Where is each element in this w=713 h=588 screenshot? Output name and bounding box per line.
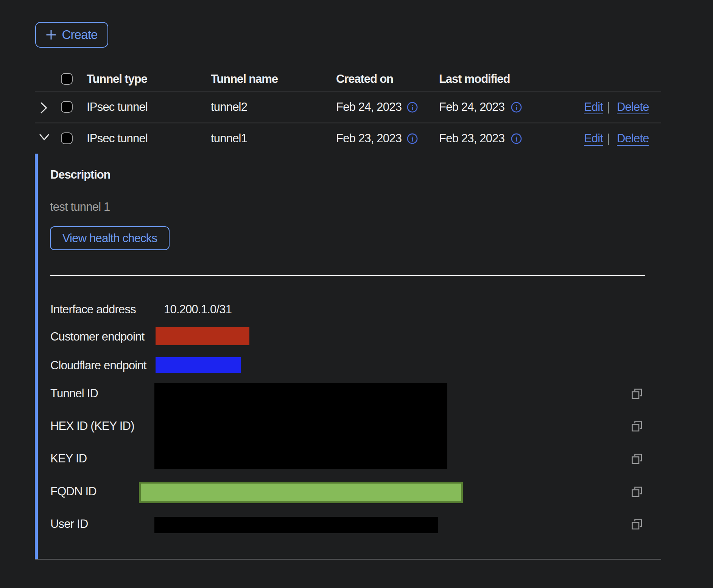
svg-text:i: i (515, 135, 517, 143)
svg-text:i: i (515, 104, 517, 112)
svg-text:i: i (411, 104, 413, 112)
svg-text:i: i (411, 135, 413, 143)
